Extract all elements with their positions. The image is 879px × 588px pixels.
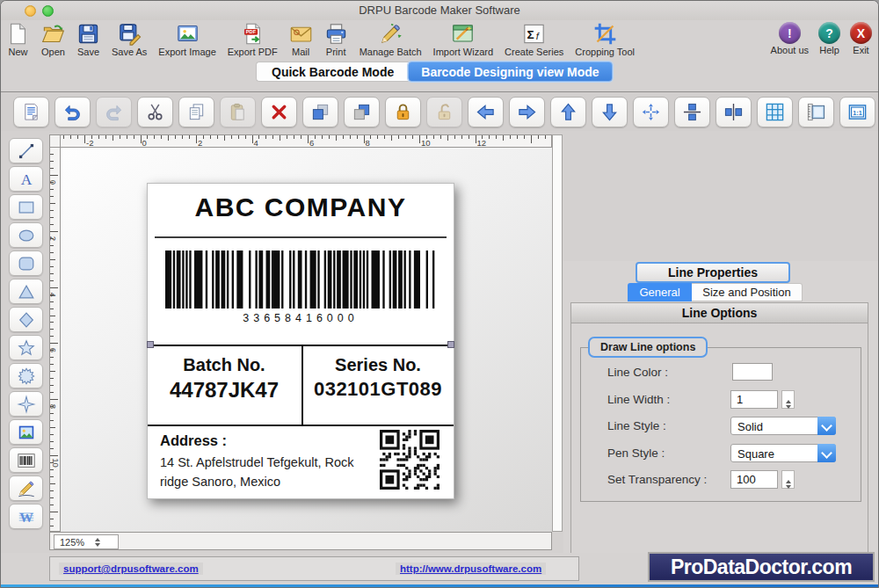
show-grid-button[interactable] bbox=[757, 97, 793, 127]
zoom-stepper[interactable] bbox=[91, 535, 103, 548]
toolbar-export-image-button[interactable]: Export Image bbox=[158, 22, 215, 57]
vertical-scrollbar[interactable] bbox=[552, 134, 563, 532]
line-style-select[interactable]: Solid bbox=[730, 417, 836, 435]
tool-barcode-button[interactable] bbox=[9, 447, 43, 473]
align-vertical-button[interactable] bbox=[674, 97, 710, 127]
label-title-rule[interactable] bbox=[155, 236, 447, 238]
label-barcode[interactable]: 33658416000 bbox=[165, 250, 436, 328]
toolbar-save-as-label: Save As bbox=[112, 47, 147, 57]
toolbar-cropping-tool-button[interactable]: Cropping Tool bbox=[575, 22, 635, 57]
transparency-stepper[interactable] bbox=[781, 470, 795, 489]
chevron-down-icon[interactable] bbox=[817, 444, 836, 462]
toolbar-export-pdf-button[interactable]: PDFExport PDF bbox=[228, 22, 278, 57]
unlock-button[interactable] bbox=[426, 97, 462, 127]
zoom-level-control[interactable]: 125% bbox=[54, 534, 119, 549]
line-width-stepper[interactable] bbox=[781, 390, 795, 409]
toolbar-print-button[interactable]: Print bbox=[324, 22, 348, 57]
move-down-button[interactable] bbox=[592, 97, 628, 127]
bring-to-front-button[interactable] bbox=[302, 97, 338, 127]
toolbar-manage-batch-button[interactable]: Manage Batch bbox=[360, 22, 422, 57]
tool-image-button[interactable] bbox=[9, 419, 43, 445]
ruler-tick bbox=[50, 245, 54, 246]
paste-button[interactable] bbox=[220, 97, 256, 127]
tool-four-point-star-button[interactable] bbox=[9, 391, 43, 417]
tab-general[interactable]: General bbox=[628, 283, 692, 301]
ruler-tick bbox=[50, 316, 55, 316]
actual-size-button[interactable]: 1:1 bbox=[839, 97, 875, 127]
title-bar: DRPU Barcode Maker Software bbox=[1, 1, 878, 20]
website-link[interactable]: http://www.drpusoftware.com bbox=[396, 563, 546, 575]
tab-barcode-designing-view-mode[interactable]: Barcode Designing view Mode bbox=[408, 62, 612, 82]
ruler-tick bbox=[343, 135, 344, 139]
label-company-text[interactable]: ABC COMPANY bbox=[148, 192, 454, 222]
move-left-button[interactable] bbox=[468, 97, 504, 127]
cut-button[interactable] bbox=[137, 97, 173, 127]
address-line-2[interactable]: ridge Sanoro, Mexico bbox=[160, 475, 280, 489]
undo-button[interactable] bbox=[54, 97, 91, 127]
pen-style-select[interactable]: Square bbox=[730, 444, 836, 462]
line-color-row: Line Color : bbox=[581, 363, 861, 382]
toolbar-import-wizard-button[interactable]: Import Wizard bbox=[433, 22, 493, 57]
window-title: DRPU Barcode Maker Software bbox=[1, 4, 878, 17]
tool-triangle-button[interactable] bbox=[9, 279, 43, 304]
design-label[interactable]: ABC COMPANY 33658416000 Batch No. 44787J… bbox=[147, 183, 454, 499]
toolbar-open-button[interactable]: Open bbox=[41, 22, 65, 57]
tool-diamond-button[interactable] bbox=[9, 307, 43, 332]
tab-quick-barcode-mode[interactable]: Quick Barcode Mode bbox=[256, 62, 409, 82]
tool-rectangle-button[interactable] bbox=[9, 194, 43, 220]
center-object-button[interactable] bbox=[633, 97, 669, 127]
address-line-1[interactable]: 14 St. Apfelstrudel Tefgekult, Rock bbox=[160, 455, 354, 469]
h-ruler-label: 0 bbox=[142, 138, 147, 148]
align-horizontal-button[interactable] bbox=[716, 97, 752, 127]
delete-button[interactable] bbox=[261, 97, 297, 127]
unlock-icon bbox=[434, 102, 454, 122]
series-cell[interactable]: Series No. 032101GT089 bbox=[302, 346, 454, 425]
tool-ellipse-button[interactable] bbox=[9, 222, 43, 248]
tool-watermark-button[interactable]: W bbox=[9, 504, 43, 529]
toolbar-create-series-button[interactable]: ΣfCreate Series bbox=[505, 22, 563, 57]
move-up-button[interactable] bbox=[550, 97, 586, 127]
ruler-tick bbox=[50, 476, 54, 477]
ruler-tick bbox=[50, 210, 54, 211]
tool-text-button[interactable]: A bbox=[9, 166, 43, 192]
line-width-input[interactable]: 1 bbox=[730, 390, 778, 409]
lock-button[interactable] bbox=[385, 97, 421, 127]
ruler-tick bbox=[308, 135, 309, 143]
ruler-tick bbox=[50, 182, 54, 183]
tool-line-button[interactable] bbox=[9, 138, 43, 163]
toolbar-save-button[interactable]: Save bbox=[76, 22, 100, 57]
tool-rounded-rectangle-button[interactable] bbox=[9, 250, 43, 276]
tab-size-and-position[interactable]: Size and Position bbox=[692, 283, 803, 301]
line-color-swatch[interactable] bbox=[732, 363, 773, 381]
page-setup-button[interactable] bbox=[798, 97, 834, 127]
address-label[interactable]: Address : bbox=[160, 432, 227, 449]
transparency-input[interactable]: 100 bbox=[730, 470, 778, 489]
line-properties-title: Line Properties bbox=[636, 262, 790, 283]
send-to-back-button[interactable] bbox=[344, 97, 380, 127]
toolbar-open-label: Open bbox=[41, 47, 65, 57]
batch-cell[interactable]: Batch No. 44787JK47 bbox=[148, 346, 301, 425]
chevron-down-icon[interactable] bbox=[817, 417, 836, 435]
ruler-tick bbox=[210, 135, 211, 139]
canvas[interactable]: ABC COMPANY 33658416000 Batch No. 44787J… bbox=[61, 148, 552, 532]
support-email-link[interactable]: support@drpusoftware.com bbox=[59, 563, 203, 575]
tool-star-button[interactable] bbox=[9, 335, 43, 360]
new-note-button[interactable] bbox=[13, 97, 49, 127]
toolbar-manage-batch-label: Manage Batch bbox=[360, 47, 422, 57]
ruler-tick bbox=[482, 135, 483, 139]
move-right-button[interactable] bbox=[509, 97, 545, 127]
toolbar-mail-button[interactable]: Mail bbox=[289, 22, 313, 57]
main-toolbar: NewOpenSaveSave AsExport ImagePDFExport … bbox=[1, 20, 878, 60]
status-bar: support@drpusoftware.com http://www.drpu… bbox=[1, 553, 879, 584]
toolbar-new-button[interactable]: New bbox=[6, 22, 30, 57]
toolbar-help-button[interactable]: ?Help bbox=[818, 22, 840, 55]
toolbar-about-us-button[interactable]: !About us bbox=[771, 22, 809, 55]
qr-code[interactable] bbox=[380, 430, 440, 490]
tool-pencil-button[interactable] bbox=[9, 475, 43, 501]
ruler-tick bbox=[50, 483, 55, 484]
copy-button[interactable] bbox=[178, 97, 214, 127]
toolbar-exit-button[interactable]: XExit bbox=[850, 22, 872, 55]
tool-starburst-button[interactable] bbox=[9, 363, 43, 388]
toolbar-save-as-button[interactable]: Save As bbox=[112, 22, 147, 57]
redo-button[interactable] bbox=[96, 97, 132, 127]
